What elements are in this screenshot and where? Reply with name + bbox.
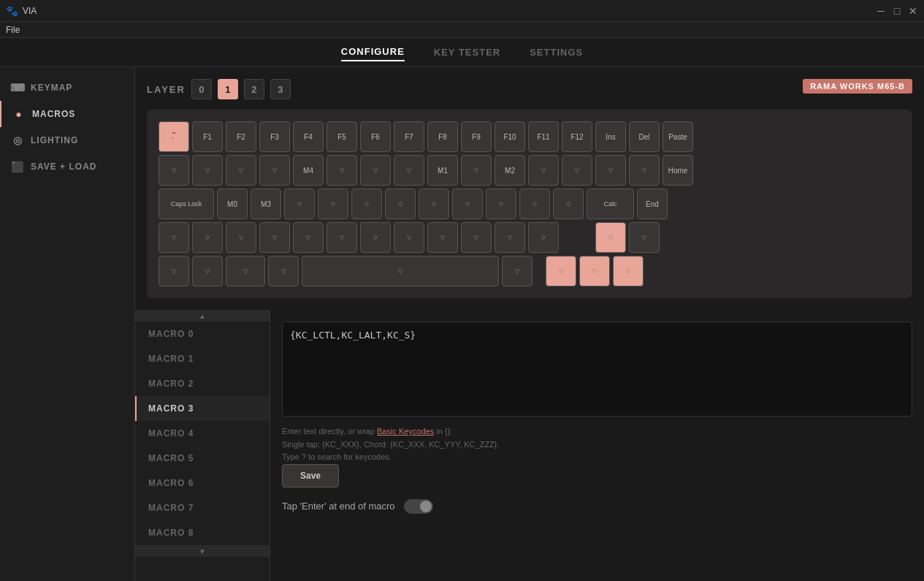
macro-item-2[interactable]: MACRO 2 (135, 371, 270, 396)
key-m2[interactable]: M2 (495, 155, 525, 186)
key-r3-12[interactable]: ▽ (553, 189, 584, 219)
macro-item-3[interactable]: MACRO 3 (135, 396, 270, 421)
key-r4-4[interactable]: ▽ (259, 222, 290, 253)
tab-settings[interactable]: SETTINGS (530, 44, 583, 61)
close-button[interactable]: ✕ (908, 6, 918, 16)
key-r5-down[interactable]: ▽ (579, 256, 610, 286)
macro-item-0[interactable]: MACRO 0 (135, 322, 270, 346)
key-r2-15[interactable]: ▽ (629, 155, 660, 186)
key-r2-4[interactable]: ▽ (259, 155, 290, 186)
key-f6[interactable]: F6 (360, 121, 391, 152)
key-r5-3[interactable]: ▽ (226, 256, 265, 286)
key-r5-2[interactable]: ▽ (192, 256, 223, 286)
key-r2-14[interactable]: ▽ (595, 155, 626, 186)
macro-item-8[interactable]: MACRO 8 (135, 520, 270, 545)
key-capslock[interactable]: Caps Lock (159, 189, 214, 219)
key-r3-10[interactable]: ▽ (486, 189, 516, 219)
hint-link[interactable]: Basic Keycodes (377, 427, 434, 436)
layer-btn-0[interactable]: 0 (191, 79, 212, 99)
macro-scroll-up[interactable]: ▲ (135, 310, 270, 322)
key-r4-14[interactable]: ▽ (629, 222, 660, 253)
key-r4-11[interactable]: ▽ (495, 222, 525, 253)
key-f1[interactable]: F1 (192, 121, 223, 152)
key-f4[interactable]: F4 (293, 121, 324, 152)
key-r4-3[interactable]: ▽ (226, 222, 256, 253)
key-r4-7[interactable]: ▽ (360, 222, 391, 253)
macro-item-1[interactable]: MACRO 1 (135, 346, 270, 371)
key-r2-3[interactable]: ▽ (226, 155, 256, 186)
key-r2-7[interactable]: ▽ (360, 155, 391, 186)
sidebar-item-keymap[interactable]: ⌨ KEYMAP (0, 75, 134, 101)
key-r2-2[interactable]: ▽ (192, 155, 223, 186)
save-button[interactable]: Save (282, 464, 339, 487)
key-m3[interactable]: M3 (251, 189, 281, 219)
sidebar-item-lighting[interactable]: ◎ LIGHTING (0, 127, 134, 153)
layer-btn-1[interactable]: 1 (218, 79, 238, 99)
key-r4-6[interactable]: ▽ (327, 222, 357, 253)
key-r5-6[interactable]: ▽ (502, 256, 532, 286)
key-r3-8[interactable]: ▽ (419, 189, 449, 219)
key-r4-1[interactable]: ▽ (159, 222, 189, 253)
macro-item-7[interactable]: MACRO 7 (135, 495, 270, 520)
key-f12[interactable]: F12 (562, 121, 592, 152)
key-ins[interactable]: Ins (595, 121, 626, 152)
key-r2-13[interactable]: ▽ (562, 155, 592, 186)
key-r3-11[interactable]: ▽ (519, 189, 550, 219)
key-r4-10[interactable]: ▽ (461, 222, 492, 253)
key-r3-7[interactable]: ▽ (385, 189, 416, 219)
key-r5-left[interactable]: ▽ (546, 256, 576, 286)
key-f8[interactable]: F8 (427, 121, 458, 152)
macro-item-4[interactable]: MACRO 4 (135, 421, 270, 446)
key-r4-5[interactable]: ▽ (293, 222, 324, 253)
key-end[interactable]: End (637, 189, 668, 219)
key-f3[interactable]: F3 (259, 121, 290, 152)
key-space[interactable]: ▽ (302, 256, 499, 286)
key-r5-1[interactable]: ▽ (159, 256, 189, 286)
key-r2-8[interactable]: ▽ (394, 155, 424, 186)
key-r3-4[interactable]: ▽ (284, 189, 315, 219)
macro-textarea[interactable] (282, 322, 912, 417)
key-calc[interactable]: Calc (587, 189, 634, 219)
key-m1[interactable]: M1 (427, 155, 458, 186)
key-r4-8[interactable]: ▽ (394, 222, 424, 253)
key-r3-9[interactable]: ▽ (452, 189, 483, 219)
key-r2-12[interactable]: ▽ (528, 155, 559, 186)
key-r2-6[interactable]: ▽ (327, 155, 357, 186)
key-f5[interactable]: F5 (327, 121, 357, 152)
enter-toggle-switch[interactable] (404, 499, 433, 514)
key-r5-right[interactable]: ▽ (613, 256, 644, 286)
key-f10[interactable]: F10 (495, 121, 525, 152)
macro-item-5[interactable]: MACRO 5 (135, 446, 270, 471)
macro-item-6[interactable]: MACRO 6 (135, 471, 270, 495)
key-f11[interactable]: F11 (528, 121, 559, 152)
sidebar-item-save-load[interactable]: ⬛ SAVE + LOAD (0, 153, 134, 180)
tab-configure[interactable]: CONFIGURE (341, 43, 405, 61)
key-del[interactable]: Del (629, 121, 660, 152)
key-r2-1[interactable]: ▽ (159, 155, 189, 186)
key-r5-4[interactable]: ▽ (268, 256, 299, 286)
key-r3-6[interactable]: ▽ (351, 189, 382, 219)
key-tilde[interactable]: ~ ` (159, 121, 189, 152)
macro-scroll-down[interactable]: ▼ (135, 545, 270, 557)
key-paste[interactable]: Paste (663, 121, 693, 152)
tab-key-tester[interactable]: KEY TESTER (434, 44, 500, 61)
key-m4[interactable]: M4 (293, 155, 324, 186)
key-r4-12[interactable]: ▽ (528, 222, 559, 253)
layer-btn-2[interactable]: 2 (244, 79, 264, 99)
macro-list: ▲ MACRO 0 MACRO 1 MACRO 2 MACRO 3 MACRO … (135, 310, 270, 581)
key-home[interactable]: Home (663, 155, 693, 186)
key-r3-5[interactable]: ▽ (318, 189, 348, 219)
key-r4-9[interactable]: ▽ (427, 222, 458, 253)
minimize-button[interactable]: ─ (876, 6, 886, 16)
maximize-button[interactable]: □ (892, 6, 902, 16)
key-f9[interactable]: F9 (461, 121, 492, 152)
key-r2-10[interactable]: ▽ (461, 155, 492, 186)
key-f7[interactable]: F7 (394, 121, 424, 152)
layer-btn-3[interactable]: 3 (270, 79, 291, 99)
key-r4-2[interactable]: ▽ (192, 222, 223, 253)
file-menu[interactable]: File (6, 25, 20, 35)
key-f2[interactable]: F2 (226, 121, 256, 152)
key-m0[interactable]: M0 (217, 189, 248, 219)
sidebar-item-macros[interactable]: ● MACROS (0, 101, 134, 127)
key-r4-up[interactable]: ▽ (595, 222, 626, 253)
